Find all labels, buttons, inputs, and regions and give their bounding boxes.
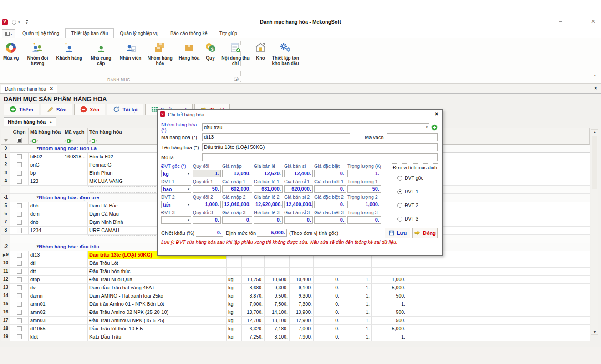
row-checkbox[interactable] bbox=[17, 310, 22, 315]
cell-retail-price[interactable]: 9,500. bbox=[265, 292, 290, 300]
barcode-input[interactable] bbox=[387, 133, 438, 141]
row-checkbox[interactable] bbox=[17, 162, 22, 167]
convert-input-3[interactable]: 0. bbox=[193, 216, 221, 224]
select-all-checkbox[interactable] bbox=[17, 138, 22, 143]
cell-unit[interactable]: kg bbox=[227, 300, 242, 308]
cell-weight[interactable]: 5,000. bbox=[372, 284, 407, 292]
cell-weight[interactable] bbox=[372, 259, 407, 268]
column-header-barcode[interactable]: Mã vạch bbox=[63, 128, 88, 136]
ribbon-item-season[interactable]: Mùa vụ bbox=[1, 40, 21, 62]
reload-button[interactable]: Tải lại bbox=[107, 104, 143, 115]
cell-name[interactable]: Đầu Trâu Amino03 NPK (15-5-25) bbox=[88, 317, 227, 325]
close-button[interactable]: ✕ bbox=[590, 18, 596, 25]
cell-special-price[interactable]: 0. bbox=[314, 276, 341, 284]
table-row[interactable]: 17amn03Đầu Trâu Amino03 NPK (15-5-25)kg1… bbox=[1, 317, 590, 325]
special-price-input-0[interactable]: 0. bbox=[314, 170, 346, 177]
product-code-input[interactable]: dt13 bbox=[202, 133, 350, 141]
cell-barcode[interactable] bbox=[63, 308, 88, 317]
cell-weight[interactable]: 500. bbox=[372, 317, 407, 325]
row-checkbox[interactable] bbox=[17, 179, 22, 184]
cell-wholesale-price[interactable]: 12,900. bbox=[290, 317, 314, 325]
default-unit-option-0[interactable]: ĐVT gốc bbox=[393, 171, 437, 185]
row-checkbox[interactable] bbox=[17, 293, 22, 298]
cell-convert[interactable]: 1. bbox=[341, 333, 372, 341]
cell-code[interactable]: dtnp bbox=[29, 276, 63, 284]
dialog-close-button[interactable]: Đóng bbox=[412, 228, 438, 238]
ribbon-item-product[interactable]: Hàng hóa bbox=[176, 40, 202, 62]
cell-name[interactable]: Đầu trâu Amino 01 - NPK Bón Lót bbox=[88, 300, 227, 308]
dialog-close-icon[interactable]: ✕ bbox=[435, 111, 438, 116]
cell-barcode[interactable] bbox=[63, 317, 88, 325]
cell-barcode[interactable] bbox=[63, 333, 88, 341]
cell-retail-price[interactable]: 7,180. bbox=[265, 325, 290, 333]
row-checkbox[interactable] bbox=[17, 220, 22, 225]
special-price-input-2[interactable]: 0. bbox=[314, 201, 346, 208]
scroll-up-icon[interactable]: ▲ bbox=[591, 131, 598, 134]
cell-convert[interactable] bbox=[341, 259, 372, 268]
ribbon-item-supplier[interactable]: Nhà cung cấp bbox=[85, 40, 117, 67]
edit-button[interactable]: Sửa bbox=[41, 104, 72, 115]
minimize-button[interactable]: – bbox=[557, 18, 564, 25]
tabstrip-close-icon[interactable]: ✕ bbox=[594, 86, 597, 91]
document-tab[interactable]: Danh mục hàng hóa ✕ bbox=[1, 85, 57, 93]
cell-code[interactable]: amn01 bbox=[29, 300, 63, 308]
row-checkbox[interactable] bbox=[17, 261, 22, 266]
cell-convert[interactable]: 1. bbox=[341, 317, 372, 325]
cell-retail-price[interactable]: 8,100. bbox=[265, 333, 290, 341]
cell-unit[interactable]: kg bbox=[227, 325, 242, 333]
cell-name[interactable]: Đầu Trâu Amino 02 NPK (25-20-10) bbox=[88, 308, 227, 317]
special-price-input-1[interactable]: 0. bbox=[314, 185, 346, 193]
ribbon-tab-2[interactable]: Quản lý nghiệp vụ bbox=[114, 28, 164, 38]
cell-buy-price[interactable]: 8,680. bbox=[242, 284, 265, 292]
cell-code[interactable]: 123 bbox=[29, 177, 63, 186]
cell-buy-price[interactable]: 6,320. bbox=[242, 325, 265, 333]
default-unit-option-3[interactable]: ĐVT 3 bbox=[393, 212, 437, 226]
cell-name[interactable]: Đầu Trâu Nuôi Quả bbox=[88, 276, 227, 284]
group-dialog-launcher-icon[interactable]: ◢ bbox=[234, 77, 239, 81]
cell-retail-price[interactable]: 14,100. bbox=[265, 308, 290, 317]
unit-select-3[interactable]: ▾ bbox=[161, 216, 191, 224]
row-checkbox[interactable] bbox=[17, 277, 22, 282]
cell-barcode[interactable] bbox=[63, 161, 88, 169]
cell-convert[interactable]: 1. bbox=[341, 276, 372, 284]
cell-unit[interactable]: kg bbox=[227, 308, 242, 317]
buy-price-input-1[interactable]: 602,000. bbox=[222, 185, 252, 193]
cell-code[interactable]: dhb bbox=[29, 202, 63, 210]
cell-code[interactable]: amn02 bbox=[29, 308, 63, 317]
row-checkbox[interactable] bbox=[17, 285, 22, 290]
cell-code[interactable]: dt13 bbox=[29, 251, 63, 259]
cell-barcode[interactable] bbox=[63, 276, 88, 284]
retail-price-input-3[interactable]: 0. bbox=[254, 216, 283, 224]
buy-price-input-0[interactable]: 12,040. bbox=[222, 170, 252, 177]
table-row[interactable]: 15amn01Đầu trâu Amino 01 - NPK Bón Lótkg… bbox=[1, 300, 590, 308]
cell-unit[interactable] bbox=[227, 268, 242, 276]
cell-barcode[interactable] bbox=[63, 268, 88, 276]
cell-barcode[interactable] bbox=[63, 292, 88, 300]
weight-input-1[interactable]: 50. bbox=[347, 185, 381, 193]
unit-select-0[interactable]: kg▾ bbox=[161, 170, 191, 177]
cell-weight[interactable]: 500. bbox=[372, 308, 407, 317]
cell-buy-price[interactable]: 7,250. bbox=[242, 333, 265, 341]
ribbon-item-income-expense[interactable]: Nội dung thu chi bbox=[219, 40, 252, 67]
tab-close-icon[interactable]: ✕ bbox=[50, 86, 53, 91]
wholesale-price-input-2[interactable]: 12,400,000. bbox=[284, 201, 313, 208]
cell-special-price[interactable]: 0. bbox=[314, 292, 341, 300]
table-row[interactable]: 19kldtKaLi Đầu Trâukg7,250.8,100.7,900.0… bbox=[1, 333, 590, 341]
cell-name[interactable]: Đạm AMINO - Hạt xanh loại 25kg bbox=[88, 292, 227, 300]
cell-barcode[interactable] bbox=[63, 284, 88, 292]
ribbon-item-customer[interactable]: Khách hàng bbox=[54, 40, 84, 62]
cell-special-price[interactable]: 0. bbox=[314, 284, 341, 292]
cell-weight[interactable]: 1. bbox=[372, 333, 407, 341]
cell-weight[interactable]: 500. bbox=[372, 292, 407, 300]
column-header-code[interactable]: Mã hàng hóa bbox=[29, 128, 63, 136]
row-checkbox[interactable] bbox=[17, 154, 22, 159]
ribbon-tab-3[interactable]: Báo cáo thống kê bbox=[164, 28, 214, 38]
row-checkbox[interactable] bbox=[17, 253, 22, 258]
cell-wholesale-price[interactable]: 7,000. bbox=[290, 325, 314, 333]
collapse-group-icon[interactable]: ▼ bbox=[36, 195, 40, 199]
group-by-dropdown[interactable]: Nhóm hàng hóa ▲ bbox=[4, 117, 56, 126]
collapse-group-icon[interactable]: ▼ bbox=[36, 146, 40, 150]
collapse-ribbon-icon[interactable]: ⌃ bbox=[593, 75, 596, 79]
table-row[interactable]: 13dvĐạm đầu Trâu hạt vàng 46A+kg8,680.9,… bbox=[1, 284, 590, 292]
discount-input[interactable]: 0. bbox=[196, 229, 223, 237]
